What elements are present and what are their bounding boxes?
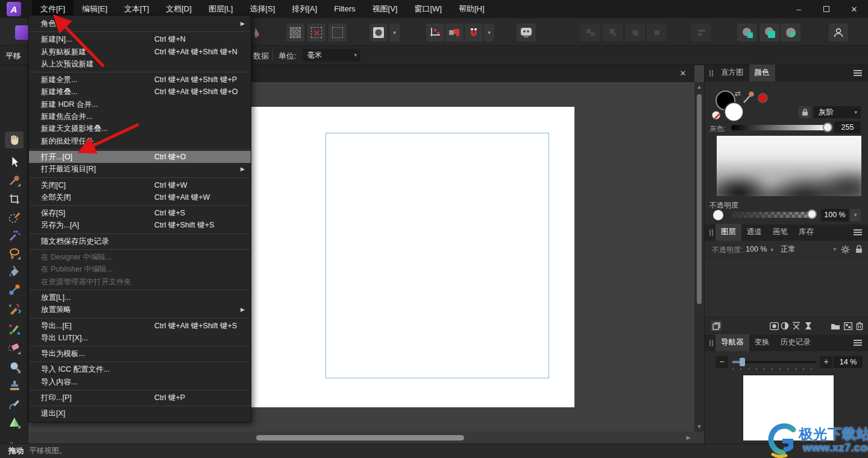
file-menu-item-3[interactable]: 从剪贴板新建Ctrl 键+Alt 键+Shift 键+N [29, 46, 251, 58]
account-button[interactable] [829, 24, 848, 42]
new-group-folder-icon[interactable] [830, 320, 841, 331]
file-menu-item-17[interactable]: 全部关闭Ctrl 键+Alt 键+W [29, 191, 251, 203]
opacity-dropdown[interactable]: ▾ [850, 209, 861, 221]
menubar-item-9[interactable]: 窗口[W] [406, 0, 450, 18]
opacity-slider-knob[interactable] [807, 209, 817, 219]
live-filter-icon[interactable] [791, 320, 802, 331]
tint-preview-image[interactable] [717, 136, 861, 196]
panel-menu-icon[interactable] [854, 72, 862, 74]
clone-stamp-tool[interactable] [5, 377, 24, 394]
color-replacement-brush-tool[interactable] [5, 321, 24, 338]
minimize-button[interactable]: – [785, 0, 813, 18]
flood-select-tool[interactable] [5, 227, 24, 244]
menubar-item-6[interactable]: 排列[A] [283, 0, 326, 18]
view-pan-tool[interactable] [5, 132, 24, 148]
tab-stock[interactable]: 库存 [793, 224, 819, 241]
close-document-icon[interactable]: ✕ [678, 68, 688, 79]
file-menu-item-0[interactable]: 角色▶ [29, 17, 251, 30]
gray-slider[interactable] [731, 125, 830, 130]
file-menu-item-22[interactable]: 随文档保存历史记录 [29, 235, 251, 247]
menubar-item-8[interactable]: 视图[V] [364, 0, 406, 18]
tab-channels[interactable]: 通道 [741, 224, 767, 241]
zoom-value-field[interactable]: 14 % [834, 356, 863, 368]
snapping-toggle-button[interactable] [465, 24, 483, 42]
panel-menu-icon[interactable] [854, 232, 862, 233]
zoom-out-button[interactable]: − [715, 356, 728, 368]
file-menu-item-32[interactable]: 导出 LUT[X]... [29, 332, 251, 344]
file-menu-item-6[interactable]: 新建全景...Ctrl 键+Alt 键+Shift 键+P [29, 74, 251, 86]
lock-layer-icon[interactable] [855, 245, 863, 253]
color-picker-tool[interactable] [5, 172, 24, 189]
tab-layers[interactable]: 图层 [715, 224, 741, 241]
blur-tool[interactable] [5, 358, 24, 375]
panel-grip-icon[interactable] [709, 229, 711, 236]
gray-value-field[interactable]: 255 [834, 121, 861, 133]
file-menu-item-16[interactable]: 关闭[C]Ctrl 键+W [29, 179, 251, 191]
file-menu-item-7[interactable]: 新建堆叠...Ctrl 键+Alt 键+Shift 键+O [29, 86, 251, 98]
tab-brushes[interactable]: 画笔 [767, 224, 793, 241]
lasso-tool[interactable] [5, 245, 24, 262]
menubar-item-10[interactable]: 帮助[H] [450, 0, 493, 18]
liquify-persona-button[interactable] [737, 24, 757, 42]
file-menu-item-9[interactable]: 新建焦点合并... [29, 110, 251, 122]
menubar-item-7[interactable]: Filters [326, 0, 363, 18]
file-menu-item-41[interactable]: 退出[X] [29, 407, 251, 419]
undo-brush-tool[interactable] [5, 396, 24, 413]
file-menu-item-29[interactable]: 放置策略▶ [29, 304, 251, 316]
mask-layer-icon[interactable] [769, 320, 779, 331]
quick-mask-button[interactable] [370, 24, 388, 42]
zoom-in-button[interactable]: + [820, 356, 832, 368]
select-all-button[interactable] [286, 24, 304, 42]
zoom-slider-handle[interactable] [740, 358, 745, 366]
assistant-button[interactable] [517, 24, 536, 42]
close-button[interactable]: ✕ [840, 0, 868, 18]
secondary-color-swatch[interactable] [724, 102, 744, 122]
move-tool[interactable] [5, 153, 24, 170]
blend-options-gear-icon[interactable] [841, 245, 850, 254]
maximize-button[interactable] [813, 0, 840, 18]
unit-select[interactable]: 毫米 ▾ [303, 49, 360, 62]
quick-mask-dropdown[interactable]: ▾ [389, 24, 400, 42]
scroll-right-icon[interactable]: ▶ [684, 433, 693, 442]
new-pixel-layer-icon[interactable] [843, 320, 854, 331]
file-menu-item-39[interactable]: 打印...[P]Ctrl 键+P [29, 392, 251, 404]
tab-history[interactable]: 历史记录 [775, 334, 816, 351]
mixer-brush-tool[interactable] [5, 301, 24, 317]
panel-menu-icon[interactable] [854, 342, 862, 343]
tone-mapping-persona-button[interactable] [781, 24, 800, 42]
opacity-value-field[interactable]: 100 % [821, 209, 849, 221]
horizontal-scrollbar[interactable]: ▶ [28, 431, 704, 444]
zoom-slider[interactable] [732, 361, 817, 363]
tab-color[interactable]: 颜色 [749, 65, 775, 81]
swap-colors-icon[interactable]: ⇄ [735, 89, 741, 98]
file-menu-item-37[interactable]: 导入内容... [29, 376, 251, 388]
snap-candidates-button[interactable] [445, 24, 464, 42]
eraser-tool[interactable] [5, 340, 24, 357]
develop-persona-button[interactable] [760, 24, 779, 42]
horizontal-scroll-thumb[interactable] [256, 435, 464, 441]
scroll-up-icon[interactable]: ▲ [694, 82, 704, 92]
file-menu-item-10[interactable]: 新建天文摄影堆叠... [29, 122, 251, 135]
deselect-button[interactable]: ✕ [307, 24, 326, 42]
snapping-grid-button[interactable] [426, 24, 444, 42]
panel-grip-icon[interactable] [709, 340, 711, 346]
snapping-dropdown[interactable]: ▾ [484, 24, 494, 42]
invert-selection-button[interactable] [329, 24, 347, 42]
gray-slider-knob[interactable] [823, 122, 832, 132]
file-menu-item-28[interactable]: 放置[L]... [29, 291, 251, 304]
blemish-removal-tool[interactable] [5, 281, 24, 298]
file-menu-item-34[interactable]: 导出为模板... [29, 348, 251, 360]
file-menu-item-13[interactable]: 打开...[O]Ctrl 键+O [29, 151, 251, 163]
tab-histogram[interactable]: 直方图 [715, 65, 749, 81]
mesh-warp-tool[interactable] [5, 414, 24, 431]
file-menu-item-31[interactable]: 导出...[E]Ctrl 键+Alt 键+Shift 键+S [29, 320, 251, 332]
selection-brush-tool[interactable] [5, 209, 24, 226]
panel-grip-icon[interactable] [709, 70, 711, 77]
scroll-down-icon[interactable]: ▼ [694, 422, 704, 431]
tab-transform[interactable]: 变换 [749, 334, 775, 351]
file-menu-item-11[interactable]: 新的批处理任务... [29, 135, 251, 147]
document-page[interactable] [251, 107, 574, 407]
layer-opacity-select[interactable]: 100 %▾ [742, 243, 773, 255]
crop-tool[interactable] [5, 191, 24, 208]
vertical-scrollbar[interactable]: ▲ ▼ [694, 82, 704, 431]
